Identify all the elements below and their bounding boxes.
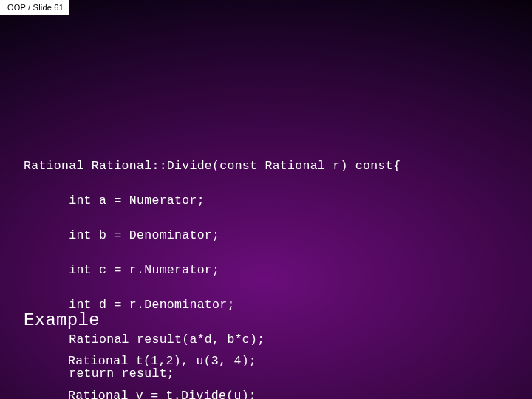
slide-header: OOP / Slide 61 <box>0 0 69 15</box>
code-line: int b = Denominator; <box>24 227 400 244</box>
example-line: Rational t(1,2), u(3, 4); <box>68 352 256 369</box>
example-line: Rational v = t.Divide(u); <box>68 387 256 399</box>
breadcrumb: OOP / Slide 61 <box>7 3 64 12</box>
example-block: Rational t(1,2), u(3, 4); Rational v = t… <box>68 335 256 399</box>
code-line: int a = Numerator; <box>24 192 400 209</box>
code-line: Rational Rational::Divide(const Rational… <box>24 157 400 174</box>
example-heading: Example <box>24 310 100 330</box>
code-line: int c = r.Numerator; <box>24 262 400 279</box>
